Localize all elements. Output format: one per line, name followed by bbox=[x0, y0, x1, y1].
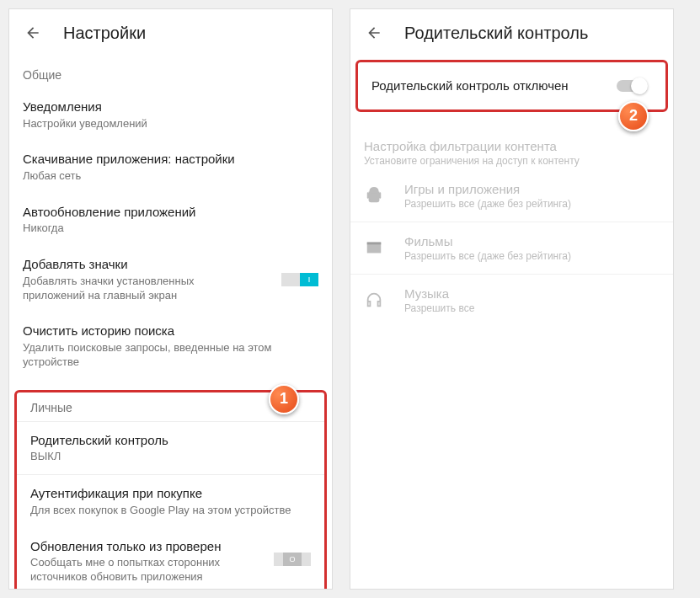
filter-header: Настройка фильтрации контента Установите… bbox=[350, 125, 673, 170]
highlight-parental-switch: Родительский контроль отключен 2 bbox=[355, 60, 668, 112]
highlight-personal-section: 1 Личные Родительский контроль ВЫКЛ Ауте… bbox=[14, 390, 327, 590]
page-title: Настройки bbox=[63, 24, 146, 43]
item-auth[interactable]: Аутентификация при покупке Для всех поку… bbox=[17, 475, 324, 527]
parental-switch-row[interactable]: Родительский контроль отключен bbox=[358, 62, 665, 109]
android-icon bbox=[364, 185, 384, 206]
appbar: Настройки bbox=[9, 9, 332, 56]
page-title: Родительский контроль bbox=[404, 24, 588, 43]
marker-2: 2 bbox=[618, 101, 649, 131]
toggle-addicons[interactable]: I bbox=[281, 273, 318, 286]
svg-rect-1 bbox=[367, 243, 382, 245]
back-icon[interactable] bbox=[364, 23, 384, 43]
appbar: Родительский контроль bbox=[350, 9, 673, 56]
item-notifications[interactable]: Уведомления Настройки уведомлений bbox=[9, 88, 332, 141]
item-parental-control[interactable]: Родительский контроль ВЫКЛ bbox=[17, 422, 324, 474]
category-games[interactable]: Игры и приложения Разрешить все (даже бе… bbox=[350, 170, 673, 222]
item-download[interactable]: Скачивание приложения: настройки Любая с… bbox=[9, 141, 332, 193]
settings-screen: Настройки Общие Уведомления Настройки ув… bbox=[8, 8, 333, 590]
item-clearhistory[interactable]: Очистить историю поиска Удалить поисковы… bbox=[9, 312, 332, 379]
parental-switch[interactable] bbox=[617, 80, 645, 92]
headphones-icon bbox=[364, 290, 384, 310]
toggle-verified[interactable]: O bbox=[274, 553, 311, 566]
item-autoupdate[interactable]: Автообновление приложений Никогда bbox=[9, 194, 332, 246]
category-movies[interactable]: Фильмы Разрешить все (даже без рейтинга) bbox=[350, 222, 673, 275]
marker-1: 1 bbox=[269, 384, 299, 414]
back-icon[interactable] bbox=[23, 23, 43, 43]
film-icon bbox=[364, 238, 384, 258]
item-verified-updates[interactable]: Обновления только из проверен Сообщать м… bbox=[17, 528, 324, 590]
section-general: Общие bbox=[9, 56, 332, 88]
category-music[interactable]: Музыка Разрешить все bbox=[350, 275, 673, 326]
item-addicons[interactable]: Добавлять значки Добавлять значки устано… bbox=[9, 246, 332, 312]
parental-control-screen: Родительский контроль Родительский контр… bbox=[350, 8, 674, 590]
